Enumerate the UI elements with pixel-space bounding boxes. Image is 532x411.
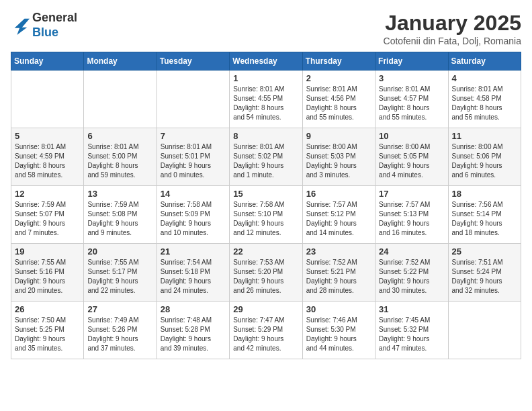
day-number: 12 bbox=[15, 189, 80, 199]
day-info: Sunrise: 8:01 AM Sunset: 4:59 PM Dayligh… bbox=[15, 142, 80, 180]
calendar-week-2: 5Sunrise: 8:01 AM Sunset: 4:59 PM Daylig… bbox=[11, 128, 521, 186]
day-info: Sunrise: 7:55 AM Sunset: 5:17 PM Dayligh… bbox=[87, 258, 152, 295]
weekday-header-friday: Friday bbox=[375, 52, 448, 71]
calendar-cell: 2Sunrise: 8:01 AM Sunset: 4:56 PM Daylig… bbox=[302, 71, 375, 128]
day-info: Sunrise: 7:59 AM Sunset: 5:07 PM Dayligh… bbox=[15, 200, 80, 238]
calendar-week-5: 26Sunrise: 7:50 AM Sunset: 5:25 PM Dayli… bbox=[11, 302, 521, 359]
day-info: Sunrise: 8:01 AM Sunset: 5:01 PM Dayligh… bbox=[161, 142, 226, 180]
svg-marker-0 bbox=[15, 18, 30, 34]
calendar-cell: 19Sunrise: 7:55 AM Sunset: 5:16 PM Dayli… bbox=[11, 244, 84, 302]
page-header: General Blue January 2025 Cotofenii din … bbox=[11, 11, 521, 46]
day-number: 14 bbox=[161, 189, 226, 199]
day-info: Sunrise: 7:45 AM Sunset: 5:32 PM Dayligh… bbox=[379, 316, 444, 353]
day-number: 4 bbox=[452, 73, 517, 83]
logo-blue-text: Blue bbox=[32, 26, 58, 39]
day-info: Sunrise: 7:52 AM Sunset: 5:22 PM Dayligh… bbox=[379, 258, 444, 295]
day-info: Sunrise: 7:52 AM Sunset: 5:21 PM Dayligh… bbox=[306, 258, 371, 295]
weekday-header-saturday: Saturday bbox=[448, 52, 521, 71]
calendar-cell: 1Sunrise: 8:01 AM Sunset: 4:55 PM Daylig… bbox=[230, 71, 302, 128]
calendar-cell: 5Sunrise: 8:01 AM Sunset: 4:59 PM Daylig… bbox=[11, 128, 84, 186]
calendar-cell: 6Sunrise: 8:01 AM Sunset: 5:00 PM Daylig… bbox=[84, 128, 157, 186]
calendar-cell: 26Sunrise: 7:50 AM Sunset: 5:25 PM Dayli… bbox=[11, 302, 84, 359]
day-number: 11 bbox=[452, 131, 517, 141]
calendar-cell: 9Sunrise: 8:00 AM Sunset: 5:03 PM Daylig… bbox=[302, 128, 375, 186]
calendar-week-3: 12Sunrise: 7:59 AM Sunset: 5:07 PM Dayli… bbox=[11, 186, 521, 244]
title-block: January 2025 Cotofenii din Fata, Dolj, R… bbox=[384, 11, 521, 46]
calendar-cell: 15Sunrise: 7:58 AM Sunset: 5:10 PM Dayli… bbox=[230, 186, 302, 244]
calendar-cell: 8Sunrise: 8:01 AM Sunset: 5:02 PM Daylig… bbox=[230, 128, 302, 186]
day-info: Sunrise: 7:49 AM Sunset: 5:26 PM Dayligh… bbox=[87, 316, 152, 353]
calendar-cell bbox=[11, 71, 84, 128]
day-info: Sunrise: 7:53 AM Sunset: 5:20 PM Dayligh… bbox=[233, 258, 298, 295]
day-number: 24 bbox=[379, 246, 444, 257]
weekday-header-wednesday: Wednesday bbox=[230, 52, 302, 71]
calendar-cell: 22Sunrise: 7:53 AM Sunset: 5:20 PM Dayli… bbox=[230, 244, 302, 302]
calendar-cell: 13Sunrise: 7:59 AM Sunset: 5:08 PM Dayli… bbox=[84, 186, 157, 244]
day-number: 31 bbox=[379, 304, 444, 314]
calendar-header: SundayMondayTuesdayWednesdayThursdayFrid… bbox=[11, 52, 521, 71]
day-number: 19 bbox=[15, 246, 80, 257]
day-number: 6 bbox=[87, 131, 152, 141]
day-number: 15 bbox=[233, 189, 298, 199]
weekday-header-monday: Monday bbox=[84, 52, 157, 71]
day-info: Sunrise: 7:46 AM Sunset: 5:30 PM Dayligh… bbox=[306, 316, 371, 353]
logo-icon bbox=[11, 16, 30, 35]
calendar-week-1: 1Sunrise: 8:01 AM Sunset: 4:55 PM Daylig… bbox=[11, 71, 521, 128]
calendar-cell bbox=[448, 302, 521, 359]
day-info: Sunrise: 7:56 AM Sunset: 5:14 PM Dayligh… bbox=[452, 200, 517, 238]
day-number: 13 bbox=[87, 189, 152, 199]
day-info: Sunrise: 7:58 AM Sunset: 5:10 PM Dayligh… bbox=[233, 200, 298, 238]
day-number: 21 bbox=[161, 246, 226, 257]
day-info: Sunrise: 8:00 AM Sunset: 5:03 PM Dayligh… bbox=[306, 142, 371, 180]
day-info: Sunrise: 8:00 AM Sunset: 5:06 PM Dayligh… bbox=[452, 142, 517, 180]
day-info: Sunrise: 7:55 AM Sunset: 5:16 PM Dayligh… bbox=[15, 258, 80, 295]
calendar-cell: 20Sunrise: 7:55 AM Sunset: 5:17 PM Dayli… bbox=[84, 244, 157, 302]
month-title: January 2025 bbox=[384, 11, 521, 36]
calendar-cell bbox=[84, 71, 157, 128]
calendar-cell: 17Sunrise: 7:57 AM Sunset: 5:13 PM Dayli… bbox=[375, 186, 448, 244]
day-info: Sunrise: 7:50 AM Sunset: 5:25 PM Dayligh… bbox=[15, 316, 80, 353]
day-number: 26 bbox=[15, 304, 80, 314]
day-number: 16 bbox=[306, 189, 371, 199]
day-number: 23 bbox=[306, 246, 371, 257]
day-info: Sunrise: 8:01 AM Sunset: 5:02 PM Dayligh… bbox=[233, 142, 298, 180]
logo-general-text: General bbox=[32, 11, 77, 24]
day-number: 29 bbox=[233, 304, 298, 314]
day-number: 20 bbox=[87, 246, 152, 257]
day-number: 8 bbox=[233, 131, 298, 141]
calendar-cell: 3Sunrise: 8:01 AM Sunset: 4:57 PM Daylig… bbox=[375, 71, 448, 128]
day-info: Sunrise: 7:59 AM Sunset: 5:08 PM Dayligh… bbox=[87, 200, 152, 238]
weekday-header-row: SundayMondayTuesdayWednesdayThursdayFrid… bbox=[11, 52, 521, 71]
calendar-cell: 31Sunrise: 7:45 AM Sunset: 5:32 PM Dayli… bbox=[375, 302, 448, 359]
weekday-header-tuesday: Tuesday bbox=[157, 52, 229, 71]
day-number: 7 bbox=[161, 131, 226, 141]
calendar-cell: 23Sunrise: 7:52 AM Sunset: 5:21 PM Dayli… bbox=[302, 244, 375, 302]
day-number: 2 bbox=[306, 73, 371, 83]
calendar-cell: 11Sunrise: 8:00 AM Sunset: 5:06 PM Dayli… bbox=[448, 128, 521, 186]
calendar-cell: 25Sunrise: 7:51 AM Sunset: 5:24 PM Dayli… bbox=[448, 244, 521, 302]
day-info: Sunrise: 8:01 AM Sunset: 4:58 PM Dayligh… bbox=[452, 85, 517, 122]
calendar-table: SundayMondayTuesdayWednesdayThursdayFrid… bbox=[11, 52, 521, 359]
day-number: 10 bbox=[379, 131, 444, 141]
calendar-cell: 24Sunrise: 7:52 AM Sunset: 5:22 PM Dayli… bbox=[375, 244, 448, 302]
weekday-header-sunday: Sunday bbox=[11, 52, 84, 71]
day-number: 25 bbox=[452, 246, 517, 257]
day-number: 9 bbox=[306, 131, 371, 141]
calendar-cell: 27Sunrise: 7:49 AM Sunset: 5:26 PM Dayli… bbox=[84, 302, 157, 359]
weekday-header-thursday: Thursday bbox=[302, 52, 375, 71]
day-number: 18 bbox=[452, 189, 517, 199]
day-info: Sunrise: 7:47 AM Sunset: 5:29 PM Dayligh… bbox=[233, 316, 298, 353]
day-info: Sunrise: 7:48 AM Sunset: 5:28 PM Dayligh… bbox=[161, 316, 226, 353]
day-info: Sunrise: 8:01 AM Sunset: 4:57 PM Dayligh… bbox=[379, 85, 444, 122]
location-subtitle: Cotofenii din Fata, Dolj, Romania bbox=[384, 36, 521, 46]
day-info: Sunrise: 8:00 AM Sunset: 5:05 PM Dayligh… bbox=[379, 142, 444, 180]
day-number: 30 bbox=[306, 304, 371, 314]
day-number: 1 bbox=[233, 73, 298, 83]
calendar-body: 1Sunrise: 8:01 AM Sunset: 4:55 PM Daylig… bbox=[11, 71, 521, 359]
day-info: Sunrise: 8:01 AM Sunset: 5:00 PM Dayligh… bbox=[87, 142, 152, 180]
day-number: 5 bbox=[15, 131, 80, 141]
day-info: Sunrise: 8:01 AM Sunset: 4:55 PM Dayligh… bbox=[233, 85, 298, 122]
calendar-cell: 30Sunrise: 7:46 AM Sunset: 5:30 PM Dayli… bbox=[302, 302, 375, 359]
calendar-week-4: 19Sunrise: 7:55 AM Sunset: 5:16 PM Dayli… bbox=[11, 244, 521, 302]
calendar-cell: 4Sunrise: 8:01 AM Sunset: 4:58 PM Daylig… bbox=[448, 71, 521, 128]
